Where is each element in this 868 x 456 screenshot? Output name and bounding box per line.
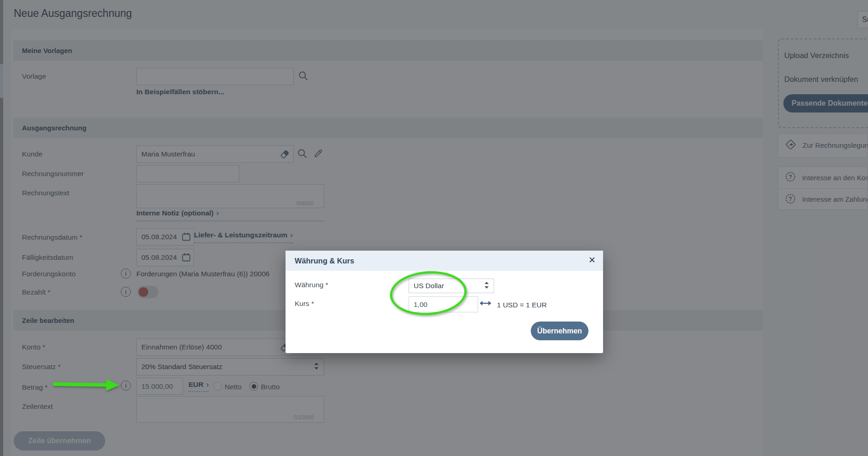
conversion-text: 1 USD = 1 EUR	[497, 301, 547, 309]
modal-title: Währung & Kurs	[295, 257, 354, 265]
waehrung-select[interactable]: US Dollar	[409, 279, 494, 293]
swap-direction-icon[interactable]	[480, 298, 491, 310]
uebernehmen-button[interactable]: Übernehmen	[531, 322, 588, 340]
kurs-label: Kurs *	[295, 300, 314, 308]
waehrung-kurs-modal: Währung & Kurs ✕ Währung * US Dollar Kur…	[286, 251, 603, 353]
modal-backdrop[interactable]	[0, 0, 868, 456]
close-icon[interactable]: ✕	[588, 255, 596, 265]
kurs-input[interactable]	[409, 296, 478, 312]
waehrung-value: US Dollar	[414, 282, 484, 290]
updown-icon	[484, 281, 489, 291]
waehrung-label: Währung *	[295, 281, 328, 289]
modal-header: Währung & Kurs	[286, 251, 603, 271]
